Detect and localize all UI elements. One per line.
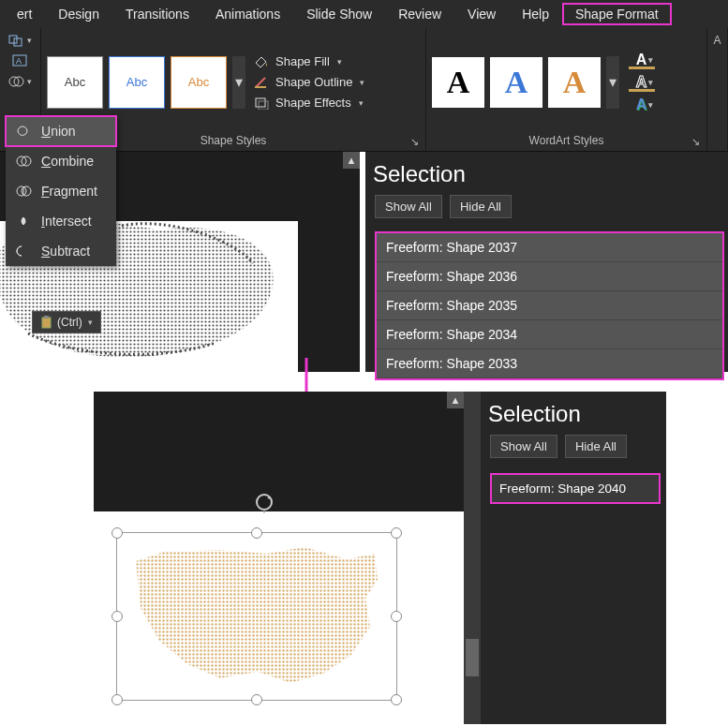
svg-rect-15	[44, 316, 49, 319]
tab-help[interactable]: Help	[509, 3, 562, 25]
ribbon-overflow: A	[707, 28, 728, 151]
tab-shape-format[interactable]: Shape Format	[562, 3, 672, 25]
paste-chip-label: (Ctrl)	[57, 316, 82, 329]
tab-design[interactable]: Design	[45, 3, 112, 25]
shape-effects-button[interactable]: Shape Effects▾	[251, 94, 372, 112]
shape-styles-more[interactable]: ▾	[232, 56, 245, 109]
merge-shapes-icon	[8, 75, 25, 88]
edit-shape-icon	[8, 34, 25, 47]
shape-outline-button[interactable]: Shape Outline▾	[251, 73, 372, 92]
selection-pane-title-bottom: Selection	[481, 392, 666, 435]
scrollbar-thumb[interactable]	[466, 639, 479, 676]
wordart-preset-1[interactable]: A	[432, 57, 484, 108]
merge-subtract-label: Subtract	[41, 244, 90, 259]
resize-handle[interactable]	[251, 527, 262, 539]
menubar: ert Design Transitions Animations Slide …	[0, 0, 728, 28]
tab-transitions[interactable]: Transitions	[112, 3, 202, 25]
chevron-down-icon: ▾	[88, 318, 93, 327]
svg-rect-7	[256, 98, 265, 107]
shape-style-preset-1[interactable]: Abc	[47, 56, 103, 109]
selection-pane-bottom: Selection Show All Hide All Freeform: Sh…	[481, 392, 666, 724]
subtract-icon	[15, 244, 34, 258]
show-all-button-bottom[interactable]: Show All	[490, 435, 557, 458]
fragment-icon	[15, 185, 34, 198]
selection-item[interactable]: Freeform: Shape 2034	[377, 320, 722, 349]
fill-bucket-icon	[253, 54, 270, 69]
shape-style-preset-3[interactable]: Abc	[171, 56, 227, 109]
tab-insert-partial[interactable]: ert	[4, 3, 45, 25]
wordart-preset-3[interactable]: A	[548, 57, 601, 108]
shape-style-preset-2[interactable]: Abc	[109, 56, 165, 109]
slide-edit-area-bottom: ▲	[94, 392, 464, 724]
ribbon-wordart-styles-group: A A A ▾ A▾ A▾ A▾ WordArt Styles ↘	[426, 28, 707, 151]
selection-item[interactable]: Freeform: Shape 2033	[377, 349, 722, 378]
resize-handle[interactable]	[391, 527, 402, 539]
resize-handle[interactable]	[111, 694, 123, 705]
show-all-button[interactable]: Show All	[375, 195, 442, 218]
scroll-up-button[interactable]: ▲	[343, 152, 360, 169]
merge-combine-label: Combine	[41, 154, 94, 169]
resize-handle[interactable]	[251, 694, 262, 705]
svg-rect-8	[259, 101, 268, 110]
selection-pane-title: Selection	[365, 152, 728, 195]
shape-effects-label: Shape Effects	[275, 96, 351, 110]
svg-rect-1	[14, 38, 22, 46]
text-box-icon: A	[12, 54, 29, 67]
selection-list: Freeform: Shape 2037 Freeform: Shape 203…	[375, 231, 724, 380]
resize-handle[interactable]	[391, 694, 402, 705]
shape-fill-label: Shape Fill	[275, 54, 330, 68]
combine-icon	[15, 155, 34, 168]
selection-item[interactable]: Freeform: Shape 2036	[377, 262, 722, 291]
shape-selection-box[interactable]	[116, 532, 397, 701]
hide-all-button[interactable]: Hide All	[450, 195, 512, 218]
tab-slide-show[interactable]: Slide Show	[293, 3, 385, 25]
merged-shape-usa	[117, 533, 398, 702]
vertical-scrollbar[interactable]	[464, 392, 481, 724]
text-fill-button[interactable]: A▾	[625, 51, 664, 69]
merge-shapes-button[interactable]: ▾	[7, 73, 34, 90]
wordart-launcher[interactable]: ↘	[691, 136, 703, 147]
selection-item[interactable]: Freeform: Shape 2037	[377, 233, 722, 262]
merge-fragment[interactable]: Fragment	[6, 176, 116, 206]
text-box-button[interactable]: A	[7, 52, 34, 69]
svg-text:A: A	[16, 56, 22, 66]
shape-styles-launcher[interactable]: ↘	[410, 136, 422, 147]
clipboard-icon	[40, 316, 53, 329]
tab-animations[interactable]: Animations	[202, 3, 293, 25]
rotate-handle-icon[interactable]	[253, 491, 275, 513]
edit-shape-button[interactable]: ▾	[7, 32, 34, 49]
union-icon	[15, 125, 34, 138]
merge-subtract[interactable]: Subtract	[6, 236, 116, 266]
selection-pane-top: Selection Show All Hide All Freeform: Sh…	[365, 152, 728, 372]
text-effects-button[interactable]: A▾	[625, 96, 664, 114]
merge-combine[interactable]: Combine	[6, 146, 116, 176]
resize-handle[interactable]	[111, 527, 123, 539]
scroll-up-button-bottom[interactable]: ▲	[447, 392, 464, 408]
selection-item[interactable]: Freeform: Shape 2035	[377, 291, 722, 320]
outline-pen-icon	[253, 75, 270, 90]
tab-view[interactable]: View	[454, 3, 509, 25]
effects-icon	[253, 96, 270, 111]
merge-shapes-menu: Union Combine Fragment Intersect Subtrac…	[6, 116, 116, 266]
resize-handle[interactable]	[111, 611, 123, 622]
merge-intersect[interactable]: Intersect	[6, 206, 116, 236]
svg-rect-0	[9, 36, 17, 43]
merge-fragment-label: Fragment	[41, 184, 97, 199]
text-outline-button[interactable]: A▾	[625, 73, 664, 92]
top-screenshot: ert Design Transitions Animations Slide …	[0, 0, 728, 372]
merge-intersect-label: Intersect	[41, 214, 92, 229]
paste-options-chip[interactable]: (Ctrl) ▾	[32, 311, 101, 333]
resize-handle[interactable]	[391, 611, 402, 622]
selection-item-single[interactable]: Freeform: Shape 2040	[492, 475, 659, 502]
merge-union-label: Union	[41, 124, 76, 139]
intersect-icon	[15, 215, 34, 228]
merge-union[interactable]: Union	[6, 116, 116, 146]
hide-all-button-bottom[interactable]: Hide All	[565, 435, 627, 458]
shape-fill-button[interactable]: Shape Fill▾	[251, 52, 372, 71]
wordart-preset-2[interactable]: A	[490, 57, 542, 108]
tab-review[interactable]: Review	[385, 3, 454, 25]
wordart-more[interactable]: ▾	[606, 56, 619, 109]
svg-rect-14	[42, 318, 51, 328]
shape-outline-label: Shape Outline	[275, 75, 352, 89]
svg-rect-6	[255, 86, 266, 88]
